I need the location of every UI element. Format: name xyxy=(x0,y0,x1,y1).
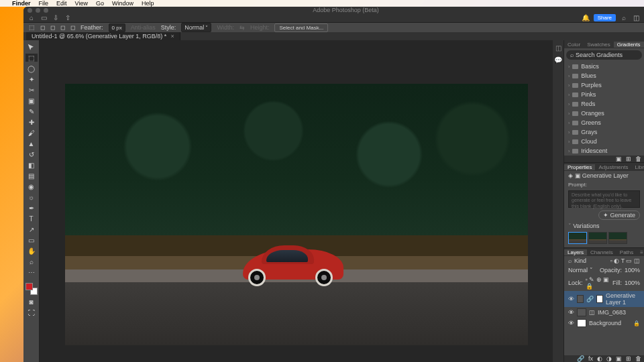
type-tool-icon[interactable]: T xyxy=(25,215,38,223)
filter-kind[interactable]: Kind xyxy=(574,257,586,264)
fill-input[interactable]: 100% xyxy=(625,280,640,286)
generate-button[interactable]: ✦Generate xyxy=(598,210,640,220)
antialias-checkbox[interactable]: Anti-alias xyxy=(131,24,156,31)
panel-icon[interactable]: ◫ xyxy=(554,44,562,52)
tab-adjustments[interactable]: Adjustments xyxy=(595,164,631,170)
tab-swatches[interactable]: Swatches xyxy=(584,42,614,48)
move-tool-icon[interactable] xyxy=(25,43,38,51)
stamp-tool-icon[interactable]: ▲ xyxy=(25,139,38,147)
gradient-folder[interactable]: ›Blues xyxy=(564,71,644,80)
gradient-folder[interactable]: ›Cloud xyxy=(564,137,644,146)
mask-icon[interactable]: ◐ xyxy=(597,355,602,362)
gradient-folder[interactable]: ›Iridescent xyxy=(564,146,644,156)
app-name[interactable]: Finder xyxy=(12,0,31,7)
gradient-folder[interactable]: ›Greens xyxy=(564,118,644,127)
menu-window[interactable]: Window xyxy=(112,0,133,7)
variation-thumb[interactable] xyxy=(588,232,607,244)
trash-icon[interactable]: 🗑 xyxy=(635,355,641,362)
menu-help[interactable]: Help xyxy=(142,0,154,7)
gradient-folder[interactable]: ›Purples xyxy=(564,80,644,90)
new-layer-icon[interactable]: ⊞ xyxy=(626,355,631,362)
quickmask-icon[interactable]: ◙ xyxy=(25,298,38,306)
style-select[interactable]: Normal ˅ xyxy=(181,23,211,32)
minimize-window-icon[interactable] xyxy=(36,8,40,13)
visibility-icon[interactable]: 👁 xyxy=(568,320,574,326)
sel-intersect-icon[interactable]: ◻ xyxy=(70,24,75,31)
export-icon[interactable]: ⇧ xyxy=(64,14,72,22)
link-layers-icon[interactable]: 🔗 xyxy=(577,355,584,362)
gradient-folder[interactable]: ›Basics xyxy=(564,62,644,71)
gradient-tool-icon[interactable]: ▤ xyxy=(25,172,38,180)
share-button[interactable]: Share xyxy=(594,14,616,21)
pen-tool-icon[interactable]: ✒ xyxy=(25,204,38,212)
layer-name[interactable]: IMG_0683 xyxy=(598,309,626,316)
frame-tool-icon[interactable]: ▣ xyxy=(25,97,38,105)
dodge-tool-icon[interactable]: ☼ xyxy=(25,193,38,201)
crop-tool-icon[interactable]: ✂ xyxy=(25,86,38,94)
panel-icon[interactable]: 💬 xyxy=(554,56,562,64)
tab-paths[interactable]: Paths xyxy=(616,249,637,255)
layer-row[interactable]: 👁Background🔒 xyxy=(564,318,644,328)
chevron-down-icon[interactable]: ˅ xyxy=(568,223,572,229)
visibility-icon[interactable]: 👁 xyxy=(568,296,574,302)
gradient-search-input[interactable]: ⌕Search Gradients xyxy=(566,50,642,60)
gradient-folder[interactable]: ›Oranges xyxy=(564,109,644,118)
gradient-folder[interactable]: ›Grays xyxy=(564,127,644,137)
tab-layers[interactable]: Layers xyxy=(564,249,587,255)
workspace-icon[interactable]: ◫ xyxy=(632,14,640,22)
layer-name[interactable]: Background xyxy=(589,320,621,326)
trash-icon[interactable]: 🗑 xyxy=(635,156,641,162)
brush-tool-icon[interactable]: 🖌 xyxy=(25,129,38,137)
tab-channels[interactable]: Channels xyxy=(587,249,616,255)
tab-color[interactable]: Color xyxy=(564,42,584,48)
feather-input[interactable]: 0 px xyxy=(109,23,125,32)
close-window-icon[interactable] xyxy=(28,8,32,13)
sel-sub-icon[interactable]: ◻ xyxy=(60,24,65,31)
layer-name[interactable]: Generative Layer 1 xyxy=(606,292,640,306)
menu-edit[interactable]: Edit xyxy=(56,0,67,7)
visibility-icon[interactable]: 👁 xyxy=(568,309,574,316)
tab-properties[interactable]: Properties xyxy=(564,164,595,170)
lock-icons[interactable]: ▫ ✎ ⊕ ▣ 🔒 xyxy=(586,276,610,290)
new-folder-icon[interactable]: ▣ xyxy=(616,156,622,162)
adjustment-icon[interactable]: ◑ xyxy=(606,355,612,362)
new-gradient-icon[interactable]: ⊞ xyxy=(626,156,631,162)
variation-thumb[interactable] xyxy=(608,232,627,244)
close-tab-icon[interactable]: × xyxy=(170,33,174,40)
eyedropper-tool-icon[interactable]: ✎ xyxy=(25,107,38,115)
group-icon[interactable]: ▣ xyxy=(616,355,622,362)
layer-row[interactable]: 👁◫IMG_0683 xyxy=(564,307,644,318)
screenmode-icon[interactable]: ⛶ xyxy=(25,308,38,316)
new-doc-icon[interactable]: ▭ xyxy=(40,14,48,22)
path-tool-icon[interactable]: ↗ xyxy=(25,225,38,233)
import-icon[interactable]: ⇩ xyxy=(52,14,60,22)
sel-add-icon[interactable]: ◻ xyxy=(50,24,55,31)
document-image[interactable] xyxy=(65,84,528,345)
edit-toolbar-icon[interactable]: ⋯ xyxy=(25,268,38,276)
canvas-area[interactable] xyxy=(40,40,553,362)
eraser-tool-icon[interactable]: ◧ xyxy=(25,161,38,169)
opacity-input[interactable]: 100% xyxy=(625,267,640,274)
color-swatches[interactable] xyxy=(25,283,38,295)
menu-go[interactable]: Go xyxy=(96,0,104,7)
blend-mode-select[interactable]: Normal ˅ xyxy=(568,267,597,274)
hand-tool-icon[interactable]: ✋ xyxy=(25,247,38,255)
tab-libraries[interactable]: Libraries xyxy=(632,164,645,170)
menu-view[interactable]: View xyxy=(75,0,88,7)
heal-tool-icon[interactable]: ✚ xyxy=(25,118,38,126)
history-brush-icon[interactable]: ↺ xyxy=(25,150,38,158)
quick-select-tool-icon[interactable]: ✦ xyxy=(25,75,38,83)
fx-icon[interactable]: fx xyxy=(588,355,593,362)
zoom-tool-icon[interactable]: ⌕ xyxy=(25,257,38,265)
select-and-mask-button[interactable]: Select and Mask... xyxy=(274,23,328,32)
home-icon[interactable]: ⌂ xyxy=(28,14,36,22)
blur-tool-icon[interactable]: ◉ xyxy=(25,182,38,190)
bell-icon[interactable]: 🔔 xyxy=(582,14,590,22)
layer-row[interactable]: 👁🔗Generative Layer 1 xyxy=(564,291,644,307)
gradient-folder[interactable]: ›Pinks xyxy=(564,90,644,99)
document-tab[interactable]: Untitled-1 @ 65.6% (Generative Layer 1, … xyxy=(26,32,180,40)
shape-tool-icon[interactable]: ▭ xyxy=(25,236,38,244)
search-icon[interactable]: ⌕ xyxy=(620,14,628,22)
variation-thumb[interactable] xyxy=(568,232,587,244)
marquee-tool-icon[interactable]: ⬚ xyxy=(25,54,38,62)
